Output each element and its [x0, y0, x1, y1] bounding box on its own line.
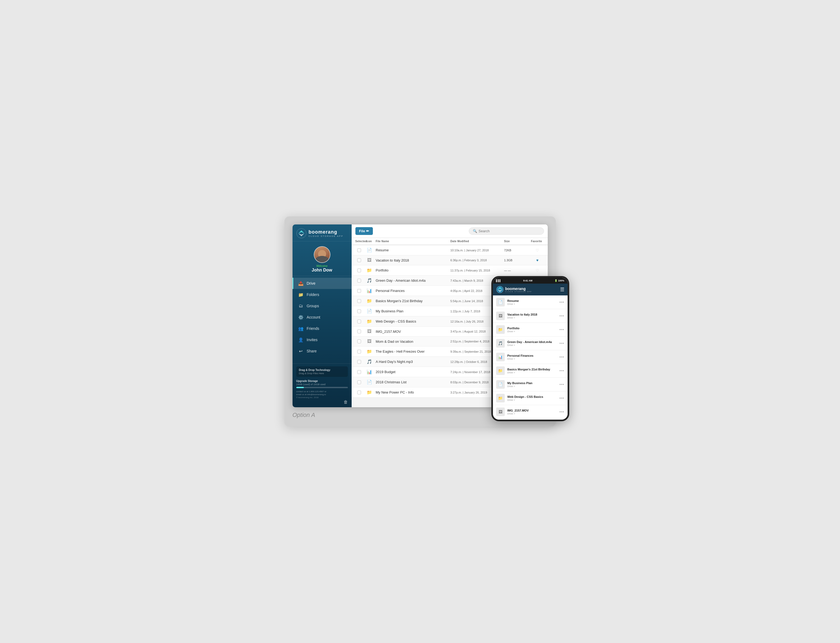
mobile-file-path: Drive >: [508, 330, 557, 333]
mobile-file-icon: 🎵: [496, 339, 505, 348]
invites-icon: 👤: [298, 337, 304, 343]
upgrade-subtitle: 24MB (used) of 15GB used: [296, 383, 348, 386]
row-file-icon: 📁: [365, 317, 374, 326]
sidebar-item-groups[interactable]: 🗂 Groups: [293, 300, 352, 312]
mobile-more-icon[interactable]: •••: [560, 369, 564, 373]
heart-icon[interactable]: ♥: [536, 258, 538, 262]
row-checkbox-cell[interactable]: [354, 297, 365, 305]
row-favorite[interactable]: ♥: [529, 256, 545, 265]
row-checkbox[interactable]: [357, 289, 361, 293]
mobile-more-icon[interactable]: •••: [560, 327, 564, 332]
mobile-file-path: Drive >: [508, 385, 557, 388]
row-checkbox-cell[interactable]: [354, 378, 365, 387]
row-checkbox-cell[interactable]: [354, 266, 365, 275]
table-row[interactable]: 🖼 Vacation to Italy 2018 6:36p.m. | Febr…: [352, 255, 548, 265]
row-checkbox[interactable]: [357, 279, 361, 282]
table-row[interactable]: 📄 Resume 10:10a.m. | January 27, 2018 72…: [352, 245, 548, 255]
row-filename: 2018 Christmas List: [374, 378, 449, 387]
row-checkbox[interactable]: [357, 391, 361, 394]
row-checkbox[interactable]: [357, 248, 361, 252]
row-checkbox[interactable]: [357, 330, 361, 333]
mobile-file-info: Web Design - CSS Basics Drive >: [508, 395, 557, 401]
mobile-file-item[interactable]: 🖼 Vacation to Italy 2018 Drive > •••: [493, 309, 568, 323]
mobile-file-item[interactable]: 🖼 IMG_2157.MOV Drive > •••: [493, 405, 568, 419]
sidebar-item-account[interactable]: ⚙️ Account: [293, 312, 352, 323]
sidebar-item-drive[interactable]: 📤 Drive: [293, 278, 352, 289]
row-checkbox[interactable]: [357, 258, 361, 262]
row-checkbox[interactable]: [357, 370, 361, 374]
row-checkbox-cell[interactable]: [354, 307, 365, 316]
row-checkbox-cell[interactable]: [354, 337, 365, 346]
mobile-more-icon[interactable]: •••: [560, 314, 564, 318]
row-checkbox[interactable]: [357, 309, 361, 313]
mobile-more-icon[interactable]: •••: [560, 382, 564, 387]
row-checkbox[interactable]: [357, 360, 361, 364]
user-name: John Dow: [312, 268, 332, 273]
file-button[interactable]: File ✏: [355, 227, 373, 235]
sidebar-item-folders-label: Folders: [307, 292, 319, 297]
mobile-file-item[interactable]: 📄 My Business Plan Drive > •••: [493, 378, 568, 392]
mobile-file-item[interactable]: 📁 Web Design - CSS Basics Drive > •••: [493, 392, 568, 405]
mobile-more-icon[interactable]: •••: [560, 355, 564, 359]
mobile-boomerang-icon: [496, 286, 504, 293]
row-checkbox-cell[interactable]: [354, 317, 365, 326]
mobile-file-item[interactable]: 📁 Basics Morgan's 21st Birthday Drive > …: [493, 364, 568, 378]
heart-icon[interactable]: ♡: [536, 248, 539, 252]
sidebar-item-invites[interactable]: 👤 Invites: [293, 334, 352, 346]
row-checkbox-cell[interactable]: [354, 246, 365, 255]
table-row[interactable]: 📁 Portfolio 11:37p.m. | February 15, 201…: [352, 265, 548, 276]
email-info: email us at info@boomerang.io: [296, 393, 348, 396]
mobile-file-info: Personal Finances Drive >: [508, 354, 557, 360]
drag-drop-subtitle: Drag & Drop Files Here: [299, 372, 345, 375]
logo-sub: cloud storage app: [309, 235, 343, 237]
search-icon: 🔍: [473, 229, 477, 233]
heart-icon[interactable]: ♡: [536, 268, 539, 273]
sidebar-item-share[interactable]: ↩ Share: [293, 346, 352, 357]
row-file-icon: 🎵: [365, 276, 374, 286]
drag-drop-section[interactable]: Drag & Drop Technology Drag & Drop Files…: [296, 366, 348, 377]
search-input[interactable]: [479, 229, 540, 233]
row-filename: Green Day - American Idiot.m4a: [374, 276, 449, 285]
sidebar-profile: Welcome John Dow: [293, 242, 352, 276]
row-checkbox[interactable]: [357, 320, 361, 323]
mobile-more-icon[interactable]: •••: [560, 396, 564, 400]
sidebar-item-friends[interactable]: 👥 Friends: [293, 323, 352, 334]
row-favorite[interactable]: ♡: [529, 266, 545, 275]
mobile-file-info: Basics Morgan's 21st Birthday Drive >: [508, 368, 557, 374]
row-checkbox-cell[interactable]: [354, 327, 365, 336]
row-checkbox[interactable]: [357, 350, 361, 354]
row-checkbox-cell[interactable]: [354, 256, 365, 264]
row-checkbox-cell[interactable]: [354, 357, 365, 366]
row-file-icon: 🎵: [365, 357, 374, 367]
row-checkbox-cell[interactable]: [354, 287, 365, 295]
share-icon: ↩: [298, 348, 304, 354]
mobile-file-item[interactable]: 📁 Portfolio Drive > •••: [493, 323, 568, 336]
row-filename: Resume: [374, 246, 449, 255]
mobile-menu-icon[interactable]: ☰: [560, 287, 564, 292]
mobile-file-item[interactable]: 🎵 Green Day - American Idiot.m4a Drive >…: [493, 336, 568, 350]
sidebar-logo: boomerang cloud storage app: [293, 224, 352, 242]
mobile-more-icon[interactable]: •••: [560, 341, 564, 346]
row-checkbox-cell[interactable]: [354, 347, 365, 356]
row-filename: Vacation to Italy 2018: [374, 256, 449, 265]
sidebar-item-folders[interactable]: 📁 Folders: [293, 289, 352, 300]
mobile-file-name: Basics Morgan's 21st Birthday: [508, 368, 557, 371]
row-checkbox-cell[interactable]: [354, 276, 365, 285]
mobile-file-item[interactable]: 🖼 Mom & Dad on Vacation Drive > •••: [493, 419, 568, 419]
row-checkbox-cell[interactable]: [354, 388, 365, 397]
svg-point-0: [296, 228, 306, 238]
mobile-more-icon[interactable]: •••: [560, 300, 564, 304]
trash-icon[interactable]: 🗑: [343, 400, 348, 405]
row-checkbox[interactable]: [357, 380, 361, 384]
row-checkbox[interactable]: [357, 339, 361, 343]
mobile-time: 9:41 AM: [523, 279, 532, 282]
row-favorite[interactable]: ♡: [529, 246, 545, 255]
col-selected: Selected: [354, 238, 365, 245]
mobile-file-item[interactable]: 📄 Resume Drive > •••: [493, 295, 568, 309]
row-checkbox[interactable]: [357, 299, 361, 303]
row-checkbox-cell[interactable]: [354, 368, 365, 376]
row-checkbox[interactable]: [357, 269, 361, 272]
mobile-more-icon[interactable]: •••: [560, 410, 564, 414]
sidebar-item-drive-label: Drive: [307, 281, 316, 286]
mobile-file-item[interactable]: 📊 Personal Finances Drive > •••: [493, 350, 568, 364]
